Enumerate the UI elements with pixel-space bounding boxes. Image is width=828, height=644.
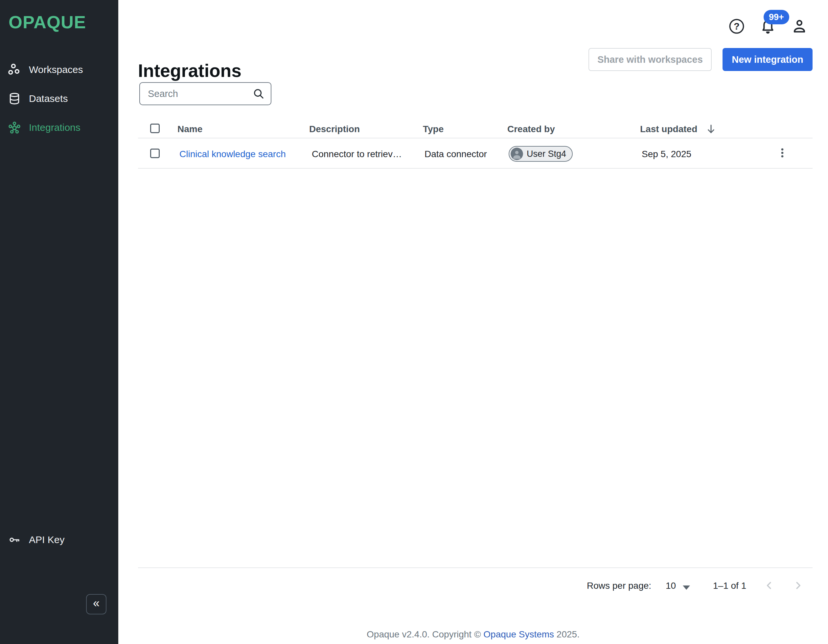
notification-count-badge: 99+ xyxy=(764,10,789,24)
sidebar-item-integrations[interactable]: Integrations xyxy=(0,117,118,138)
sidebar-item-datasets[interactable]: Datasets xyxy=(0,88,118,109)
row-checkbox[interactable] xyxy=(150,149,160,158)
rows-per-page-select[interactable]: 10 xyxy=(666,580,676,591)
column-header-type[interactable]: Type xyxy=(423,124,444,135)
last-updated-value: Sep 5, 2025 xyxy=(642,149,691,160)
chevron-left-icon xyxy=(763,580,775,591)
footer-text: Opaque v2.4.0. Copyright © xyxy=(367,629,483,639)
table-footer-divider xyxy=(138,567,812,568)
workspaces-icon xyxy=(8,63,21,76)
account-button[interactable] xyxy=(791,18,808,35)
created-by-chip[interactable]: User Stg4 xyxy=(509,146,573,162)
integrations-page: OPAQUE Workspaces Datasets xyxy=(0,0,828,644)
sidebar-collapse-button[interactable]: « xyxy=(86,594,107,614)
search-box xyxy=(139,82,271,105)
next-page-button[interactable] xyxy=(791,579,805,592)
sidebar-item-label: Datasets xyxy=(29,93,68,104)
help-button[interactable]: ? xyxy=(728,18,745,35)
sidebar-item-label: Workspaces xyxy=(29,64,83,75)
search-input[interactable] xyxy=(147,88,248,100)
search-icon xyxy=(252,88,265,100)
sort-descending-icon[interactable] xyxy=(705,123,717,136)
integrations-icon xyxy=(8,121,21,134)
table-header-divider xyxy=(138,138,812,138)
select-all-checkbox[interactable] xyxy=(150,124,160,133)
previous-page-button[interactable] xyxy=(762,579,776,592)
created-by-label: User Stg4 xyxy=(527,149,566,159)
integration-name-link[interactable]: Clinical knowledge search xyxy=(179,149,286,160)
integration-type: Data connector xyxy=(425,149,487,160)
sidebar-item-workspaces[interactable]: Workspaces xyxy=(0,59,118,80)
question-mark-icon: ? xyxy=(734,21,740,31)
column-header-name[interactable]: Name xyxy=(177,124,202,135)
sidebar-item-api-key[interactable]: API Key xyxy=(0,529,118,550)
rows-per-page-label: Rows per page: xyxy=(587,580,651,591)
column-header-last-updated[interactable]: Last updated xyxy=(640,124,697,135)
chevron-right-icon xyxy=(792,580,804,591)
opaque-systems-link[interactable]: Opaque Systems xyxy=(483,629,554,639)
footer-year-text: 2025. xyxy=(554,629,580,639)
person-icon xyxy=(791,18,808,35)
page-title: Integrations xyxy=(138,60,242,81)
opaque-logo: OPAQUE xyxy=(9,12,86,32)
column-header-created-by[interactable]: Created by xyxy=(507,124,555,135)
column-header-description[interactable]: Description xyxy=(309,124,360,135)
collapse-chevrons-icon: « xyxy=(93,597,100,609)
sidebar: OPAQUE Workspaces Datasets xyxy=(0,0,118,644)
kebab-menu-icon xyxy=(776,147,789,159)
share-with-workspaces-button[interactable]: Share with workspaces xyxy=(588,48,712,71)
sidebar-item-label: Integrations xyxy=(29,122,80,133)
pagination-range-label: 1–1 of 1 xyxy=(713,580,746,591)
row-actions-button[interactable] xyxy=(775,145,790,161)
rows-per-page-dropdown-icon[interactable] xyxy=(683,586,690,590)
integration-description: Connector to retriev… xyxy=(312,149,402,160)
key-icon xyxy=(8,533,21,547)
sidebar-item-label: API Key xyxy=(29,534,64,545)
table-row-divider xyxy=(138,168,812,169)
datasets-icon xyxy=(8,92,21,105)
footer: Opaque v2.4.0. Copyright © Opaque System… xyxy=(118,628,828,640)
avatar xyxy=(511,148,523,160)
new-integration-button[interactable]: New integration xyxy=(723,48,812,71)
